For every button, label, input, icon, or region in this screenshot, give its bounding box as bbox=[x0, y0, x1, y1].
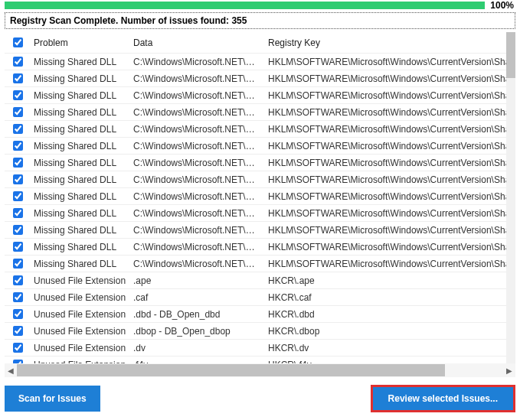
row-checkbox[interactable] bbox=[13, 242, 23, 252]
row-data: C:\Windows\Microsoft.NET\Fra... bbox=[130, 90, 265, 101]
row-checkbox[interactable] bbox=[13, 309, 23, 319]
row-key: HKCR\.ape bbox=[265, 275, 506, 286]
row-checkbox[interactable] bbox=[13, 259, 23, 269]
progress-bar bbox=[5, 2, 485, 9]
col-header-problem[interactable]: Problem bbox=[31, 37, 130, 48]
row-checkbox[interactable] bbox=[13, 275, 23, 285]
row-problem: Missing Shared DLL bbox=[31, 225, 130, 236]
row-key: HKLM\SOFTWARE\Microsoft\Windows\CurrentV… bbox=[265, 225, 506, 236]
row-problem: Missing Shared DLL bbox=[31, 141, 130, 151]
table-row[interactable]: Unused File Extension.cafHKCR\.caf bbox=[5, 289, 506, 306]
row-checkbox[interactable] bbox=[13, 208, 23, 218]
row-problem: Unused File Extension bbox=[31, 343, 130, 353]
row-key: HKCR\.dbd bbox=[265, 309, 506, 320]
row-data: C:\Windows\Microsoft.NET\Fra... bbox=[130, 141, 265, 151]
row-key: HKCR\.dv bbox=[265, 343, 506, 353]
scroll-right-icon[interactable]: ▶ bbox=[503, 364, 515, 376]
row-key: HKLM\SOFTWARE\Microsoft\Windows\CurrentV… bbox=[265, 141, 506, 151]
horizontal-scrollbar-thumb[interactable] bbox=[17, 364, 445, 376]
row-key: HKCR\.caf bbox=[265, 292, 506, 303]
col-header-data[interactable]: Data bbox=[130, 37, 265, 48]
row-checkbox[interactable] bbox=[13, 292, 23, 302]
vertical-scrollbar[interactable] bbox=[506, 32, 515, 363]
row-data: C:\Windows\Microsoft.NET\Fra... bbox=[130, 242, 265, 252]
row-key: HKLM\SOFTWARE\Microsoft\Windows\CurrentV… bbox=[265, 57, 506, 67]
row-problem: Missing Shared DLL bbox=[31, 242, 130, 252]
row-data: C:\Windows\Microsoft.NET\Fra... bbox=[130, 174, 265, 185]
row-problem: Missing Shared DLL bbox=[31, 90, 130, 101]
table-row[interactable]: Missing Shared DLLC:\Windows\Microsoft.N… bbox=[5, 87, 506, 104]
table-row[interactable]: Missing Shared DLLC:\Windows\Microsoft.N… bbox=[5, 171, 506, 188]
row-key: HKLM\SOFTWARE\Microsoft\Windows\CurrentV… bbox=[265, 107, 506, 118]
row-checkbox[interactable] bbox=[13, 174, 23, 184]
row-data: C:\Windows\Microsoft.NET\Fra... bbox=[130, 225, 265, 236]
row-checkbox[interactable] bbox=[13, 141, 23, 151]
row-data: .dbop - DB_Open_dbop bbox=[130, 326, 265, 337]
table-row[interactable]: Missing Shared DLLC:\Windows\Microsoft.N… bbox=[5, 256, 506, 272]
row-problem: Missing Shared DLL bbox=[31, 124, 130, 135]
row-checkbox[interactable] bbox=[13, 90, 23, 100]
row-key: HKLM\SOFTWARE\Microsoft\Windows\CurrentV… bbox=[265, 191, 506, 202]
table-row[interactable]: Missing Shared DLLC:\Windows\Microsoft.N… bbox=[5, 70, 506, 87]
row-problem: Missing Shared DLL bbox=[31, 73, 130, 84]
row-problem: Missing Shared DLL bbox=[31, 57, 130, 67]
row-checkbox[interactable] bbox=[13, 73, 23, 83]
table-row[interactable]: Unused File Extension.dbd - DB_Open_dbdH… bbox=[5, 306, 506, 323]
row-checkbox[interactable] bbox=[13, 326, 23, 336]
scan-button[interactable]: Scan for Issues bbox=[5, 386, 100, 412]
row-key: HKLM\SOFTWARE\Microsoft\Windows\CurrentV… bbox=[265, 73, 506, 84]
vertical-scrollbar-thumb[interactable] bbox=[506, 32, 515, 78]
row-data: .caf bbox=[130, 292, 265, 303]
row-key: HKLM\SOFTWARE\Microsoft\Windows\CurrentV… bbox=[265, 90, 506, 101]
row-key: HKLM\SOFTWARE\Microsoft\Windows\CurrentV… bbox=[265, 124, 506, 135]
row-problem: Missing Shared DLL bbox=[31, 259, 130, 269]
row-problem: Missing Shared DLL bbox=[31, 208, 130, 219]
row-data: C:\Windows\Microsoft.NET\Fra... bbox=[130, 124, 265, 135]
select-all-checkbox[interactable] bbox=[13, 37, 23, 47]
table-row[interactable]: Missing Shared DLLC:\Windows\Microsoft.N… bbox=[5, 239, 506, 256]
table-row[interactable]: Missing Shared DLLC:\Windows\Microsoft.N… bbox=[5, 205, 506, 222]
row-checkbox[interactable] bbox=[13, 124, 23, 134]
table-row[interactable]: Unused File Extension.apeHKCR\.ape bbox=[5, 272, 506, 289]
row-data: .dv bbox=[130, 343, 265, 353]
row-data: C:\Windows\Microsoft.NET\Fra... bbox=[130, 191, 265, 202]
row-problem: Unused File Extension bbox=[31, 326, 130, 337]
row-checkbox[interactable] bbox=[13, 57, 23, 67]
status-text: Registry Scan Complete. Number of issues… bbox=[5, 12, 515, 29]
row-key: HKLM\SOFTWARE\Microsoft\Windows\CurrentV… bbox=[265, 208, 506, 219]
row-problem: Missing Shared DLL bbox=[31, 174, 130, 185]
table-row[interactable]: Unused File Extension.dbop - DB_Open_dbo… bbox=[5, 323, 506, 340]
scroll-left-icon[interactable]: ◀ bbox=[5, 364, 17, 376]
row-data: C:\Windows\Microsoft.NET\Fra... bbox=[130, 158, 265, 168]
col-header-key[interactable]: Registry Key bbox=[265, 37, 506, 48]
row-problem: Unused File Extension bbox=[31, 309, 130, 320]
table-header-row: Problem Data Registry Key bbox=[5, 32, 506, 54]
row-problem: Unused File Extension bbox=[31, 292, 130, 303]
row-data: C:\Windows\Microsoft.NET\Fra... bbox=[130, 57, 265, 67]
row-checkbox[interactable] bbox=[13, 107, 23, 117]
table-row[interactable]: Missing Shared DLLC:\Windows\Microsoft.N… bbox=[5, 155, 506, 171]
horizontal-scrollbar[interactable]: ◀ ▶ bbox=[5, 363, 515, 377]
row-data: C:\Windows\Microsoft.NET\Fra... bbox=[130, 107, 265, 118]
row-data: C:\Windows\Microsoft.NET\Fra... bbox=[130, 208, 265, 219]
row-data: C:\Windows\Microsoft.NET\Fra... bbox=[130, 73, 265, 84]
table-row[interactable]: Missing Shared DLLC:\Windows\Microsoft.N… bbox=[5, 104, 506, 121]
table-row[interactable]: Missing Shared DLLC:\Windows\Microsoft.N… bbox=[5, 188, 506, 205]
row-checkbox[interactable] bbox=[13, 158, 23, 168]
table-row[interactable]: Missing Shared DLLC:\Windows\Microsoft.N… bbox=[5, 222, 506, 239]
row-problem: Unused File Extension bbox=[31, 275, 130, 286]
row-checkbox[interactable] bbox=[13, 191, 23, 201]
row-key: HKCR\.dbop bbox=[265, 326, 506, 337]
table-row[interactable]: Missing Shared DLLC:\Windows\Microsoft.N… bbox=[5, 54, 506, 70]
row-problem: Missing Shared DLL bbox=[31, 158, 130, 168]
row-key: HKLM\SOFTWARE\Microsoft\Windows\CurrentV… bbox=[265, 158, 506, 168]
row-problem: Missing Shared DLL bbox=[31, 191, 130, 202]
table-row[interactable]: Missing Shared DLLC:\Windows\Microsoft.N… bbox=[5, 121, 506, 138]
table-row[interactable]: Unused File Extension.f4vHKCR\.f4v bbox=[5, 357, 506, 363]
row-checkbox[interactable] bbox=[13, 343, 23, 353]
row-key: HKLM\SOFTWARE\Microsoft\Windows\CurrentV… bbox=[265, 174, 506, 185]
row-checkbox[interactable] bbox=[13, 225, 23, 235]
table-row[interactable]: Unused File Extension.dvHKCR\.dv bbox=[5, 340, 506, 357]
review-button[interactable]: Review selected Issues... bbox=[371, 385, 515, 412]
table-row[interactable]: Missing Shared DLLC:\Windows\Microsoft.N… bbox=[5, 138, 506, 155]
